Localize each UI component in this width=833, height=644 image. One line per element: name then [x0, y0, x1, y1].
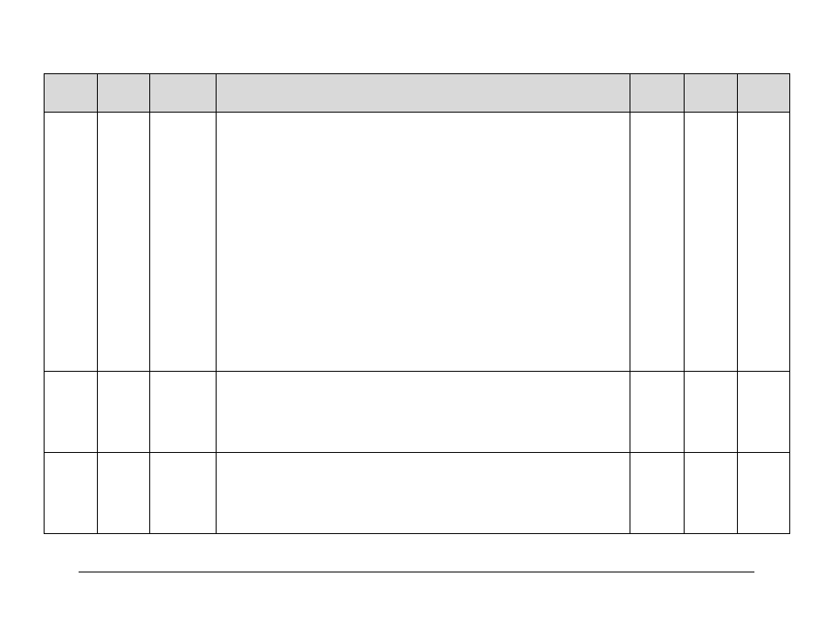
table-cell: [630, 372, 685, 453]
table-cell: [630, 113, 685, 372]
footnote-rule: [79, 572, 754, 572]
table: [44, 73, 790, 534]
table-cell: [630, 453, 685, 534]
table-header-cell: [45, 74, 98, 113]
table-cell: [45, 113, 98, 372]
table-header-cell: [630, 74, 685, 113]
table-header-row: [45, 74, 790, 113]
table-cell: [685, 372, 738, 453]
table-cell: [738, 113, 790, 372]
table-header-cell: [738, 74, 790, 113]
table-cell: [217, 453, 630, 534]
table-cell: [98, 453, 150, 534]
table-cell: [685, 113, 738, 372]
table-header-cell: [685, 74, 738, 113]
table-header-cell: [150, 74, 217, 113]
table-header-cell: [217, 74, 630, 113]
table-cell: [738, 372, 790, 453]
table-row: [45, 113, 790, 372]
table-cell: [217, 372, 630, 453]
table-cell: [150, 113, 217, 372]
table-cell: [45, 372, 98, 453]
table-row: [45, 453, 790, 534]
table-cell: [150, 372, 217, 453]
table-cell: [98, 372, 150, 453]
table-header-cell: [98, 74, 150, 113]
table-cell: [685, 453, 738, 534]
table-cell: [98, 113, 150, 372]
table-cell: [217, 113, 630, 372]
table-cell: [738, 453, 790, 534]
table-cell: [45, 453, 98, 534]
table-row: [45, 372, 790, 453]
page: [0, 0, 833, 644]
table-cell: [150, 453, 217, 534]
